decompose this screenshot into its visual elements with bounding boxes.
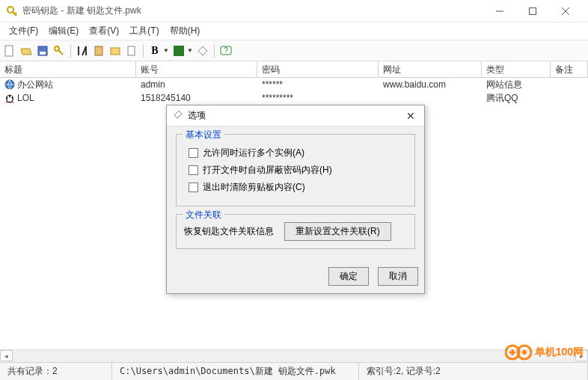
cell-type: 腾讯QQ [482,91,551,105]
maximize-button[interactable] [516,1,549,22]
table-row[interactable]: 办公网站 admin ****** www.baidu.com 网站信息 [0,78,588,91]
horizontal-scrollbar[interactable]: ◂ ▸ [0,349,588,362]
cell-title: LOL [17,93,34,103]
cell-url [379,91,482,105]
svg-rect-7 [40,52,46,55]
group-basic: 基本设置 允许同时运行多个实例(A) 打开文件时自动屏蔽密码内容(H) 退出时清… [176,134,415,206]
new-icon[interactable] [3,44,16,58]
cell-note [551,91,588,105]
svg-rect-2 [530,7,536,14]
save-icon[interactable] [36,44,49,58]
svg-point-22 [522,350,527,355]
status-count: 共有记录：2 [0,363,112,380]
ok-button[interactable]: 确定 [328,267,369,286]
doc-icon[interactable] [125,44,138,58]
folder-icon[interactable] [108,44,122,58]
watermark: 单机100网 [505,343,584,362]
svg-text:?: ? [224,46,228,55]
svg-rect-5 [5,46,13,56]
col-account[interactable]: 账号 [136,61,257,77]
separator [70,44,71,58]
menu-tools[interactable]: 工具(T) [125,23,163,39]
dialog-icon [173,109,183,122]
dialog-titlebar: 选项 ✕ [167,105,424,126]
svg-rect-12 [174,46,184,56]
cell-note [551,78,588,91]
col-note[interactable]: 备注 [551,61,588,77]
col-url[interactable]: 网址 [379,61,482,77]
status-path: C:\Users\admin\Documents\新建 钥匙文件.pwk [112,363,359,380]
group-file-assoc: 文件关联 恢复钥匙文件关联信息 重新设置文件关联(R) [176,214,415,249]
cell-url: www.baidu.com [379,78,482,91]
cell-type: 网站信息 [482,78,551,91]
svg-rect-11 [128,46,135,55]
dropdown-icon[interactable]: ▼ [187,47,193,54]
qq-icon [4,93,15,103]
svg-rect-10 [111,48,120,55]
cancel-button[interactable]: 取消 [378,267,418,286]
checkbox-clear-clipboard[interactable]: 退出时清除剪贴板内容(C) [189,181,402,194]
svg-point-17 [7,97,13,102]
menu-view[interactable]: 查看(V) [85,23,123,39]
col-title[interactable]: 标题 [0,61,136,77]
watermark-text: 单机100网 [535,346,584,359]
help-icon[interactable]: ? [219,44,233,58]
group-label: 文件关联 [183,209,224,221]
globe-icon [4,79,15,90]
titlebar: 密码钥匙 - 新建 钥匙文件.pwk [0,0,588,22]
scroll-left-icon[interactable]: ◂ [0,350,13,361]
dialog-buttons: 确定 取消 [167,264,424,293]
checkbox-multi-instance[interactable]: 允许同时运行多个实例(A) [189,147,402,159]
separator [214,44,215,58]
app-icon [6,5,18,17]
find-icon[interactable] [76,44,89,58]
checkbox-icon [189,183,198,192]
dialog-body: 基本设置 允许同时运行多个实例(A) 打开文件时自动屏蔽密码内容(H) 退出时清… [167,126,424,264]
dialog-title: 选项 [188,109,403,122]
window-buttons [483,1,582,22]
open-icon[interactable] [19,44,33,58]
clipboard-icon[interactable] [92,44,105,58]
table-header: 标题 账号 密码 网址 类型 备注 [0,61,588,78]
cell-password: ********* [257,91,379,105]
window-title: 密码钥匙 - 新建 钥匙文件.pwk [22,4,483,17]
minimize-button[interactable] [483,1,516,22]
cell-password: ****** [257,78,379,91]
checkbox-icon [189,148,198,158]
checkbox-icon [189,165,198,175]
key-icon[interactable] [52,44,66,58]
cell-account: 1518245140 [136,91,257,105]
status-index: 索引号:2, 记录号:2 [359,363,588,380]
col-password[interactable]: 密码 [257,61,379,77]
menu-edit[interactable]: 编辑(E) [44,23,83,39]
reset-assoc-button[interactable]: 重新设置文件关联(R) [284,222,391,241]
menu-file[interactable]: 文件(F) [4,23,43,39]
svg-point-19 [10,96,12,97]
group-label: 基本设置 [183,129,224,141]
watermark-icon [505,343,532,362]
dialog-close-button[interactable]: ✕ [403,110,418,122]
close-button[interactable] [549,1,582,22]
cell-title: 办公网站 [17,79,53,91]
menu-help[interactable]: 帮助(H) [165,23,205,39]
svg-point-0 [7,7,13,13]
svg-point-18 [7,96,9,97]
status-bar: 共有记录：2 C:\Users\admin\Documents\新建 钥匙文件.… [0,362,588,380]
table-row[interactable]: LOL 1518245140 ********* 腾讯QQ [0,91,588,105]
separator [143,44,144,58]
assoc-text: 恢复钥匙文件关联信息 [184,225,274,238]
dropdown-icon[interactable]: ▼ [163,47,169,54]
svg-rect-9 [95,46,102,55]
tool-icon[interactable] [196,44,209,58]
scroll-track[interactable] [13,350,575,362]
options-dialog: 选项 ✕ 基本设置 允许同时运行多个实例(A) 打开文件时自动屏蔽密码内容(H)… [166,105,425,294]
checkbox-mask-password[interactable]: 打开文件时自动屏蔽密码内容(H) [189,164,402,177]
bold-icon[interactable]: B [148,44,162,58]
color-icon[interactable] [172,44,186,58]
menu-bar: 文件(F) 编辑(E) 查看(V) 工具(T) 帮助(H) [0,22,588,40]
toolbar: B▼ ▼ ? [0,40,588,61]
col-type[interactable]: 类型 [482,61,551,77]
cell-account: admin [136,78,257,91]
